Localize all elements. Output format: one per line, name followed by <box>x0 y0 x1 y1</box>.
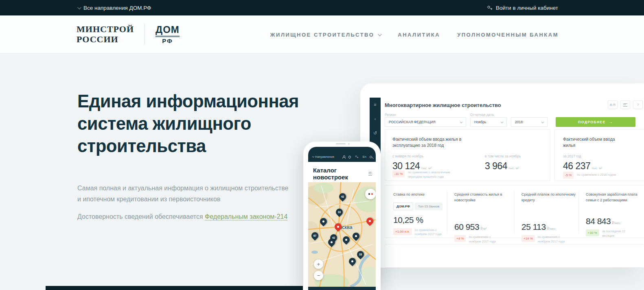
badge-note: по сравнению с ноябрем 2017 года <box>538 235 570 244</box>
zoom-in-button[interactable]: + <box>314 259 323 269</box>
map-pin[interactable] <box>326 237 336 247</box>
trend-badge: +14 % <box>521 235 535 242</box>
badge-note: по сравнению с ноябрем 2017 года <box>415 228 447 237</box>
stat-value: 30 124 <box>392 161 420 171</box>
metric-family-income: Совокупная заработная плата семьи с 2 ра… <box>586 185 639 238</box>
metrics-card: Ставка по ипотеке ДОМ.РФ Топ-15 банков 1… <box>385 185 644 238</box>
divider <box>514 190 515 233</box>
az-button[interactable]: А-Я <box>608 100 618 109</box>
person-icon[interactable] <box>342 155 345 158</box>
tab-domrf[interactable]: ДОМ.РФ <box>393 203 413 210</box>
phone-title-row: Каталог новостроек <box>313 167 372 181</box>
metric-title: Совокупная заработная плата семьи с 2 ра… <box>586 192 639 203</box>
help-button[interactable]: ? <box>633 100 643 109</box>
nav-authorized-banks[interactable]: УПОЛНОМОЧЕННЫМ БАНКАМ <box>457 32 559 38</box>
menu-icon[interactable]: ≡ <box>374 102 376 107</box>
stat-label: в том числе за ноябрь <box>485 154 521 158</box>
topbar: Все направления ДОМ.РФ Войти в личный ка… <box>0 0 644 15</box>
chevron-down-icon <box>460 120 463 123</box>
metric-value: 60 953 <box>454 222 479 231</box>
location-pin-icon[interactable] <box>348 155 351 158</box>
map-pin[interactable] <box>347 256 357 266</box>
logo-block: МИНСТРОЙ РОССИИ ДОМ РФ <box>77 24 180 45</box>
metric-title: Средняя стоимость жилья в новостройке <box>454 192 515 203</box>
logo-divider <box>145 24 145 45</box>
hero-subtitle-line2: и ипотечном кредитовании из первоисточни… <box>77 194 288 205</box>
stat-value: 3 964 <box>485 161 507 171</box>
divider <box>578 190 579 233</box>
dashboard-mockup: ≡ ‹ ↺ ▤ Многоквартирное жилищное строите… <box>360 83 644 268</box>
list-button[interactable] <box>620 100 630 109</box>
month-select[interactable]: Ноябрь <box>470 117 507 127</box>
metric-new-housing-price: Средняя стоимость жилья в новостройке 60… <box>454 185 515 238</box>
page-title-line3: строительства <box>77 135 299 157</box>
tab-top15-banks[interactable]: Топ-15 банков <box>415 203 442 210</box>
volume-2017-title: Фактический объем ввода жилья <box>563 136 616 148</box>
report-date-label: Отчетная дата <box>470 113 494 117</box>
map-pin-red[interactable] <box>333 222 343 231</box>
arrow-right-icon: → <box>609 120 613 124</box>
login-link[interactable]: Войти в личный кабинет <box>487 5 558 11</box>
key-icon <box>486 4 493 11</box>
month-value: Ноябрь <box>474 120 486 124</box>
details-button[interactable]: ПОДРОБНЕЕ → <box>556 117 635 127</box>
map-pin[interactable]: 33 <box>334 207 344 217</box>
login-label: Войти в личный кабинет <box>496 5 558 11</box>
region-select[interactable]: РОССИЙСКАЯ ФЕДЕРАЦИЯ <box>385 117 466 127</box>
intake-card-title: Фактический объем ввода жилья в эксплуат… <box>392 136 480 148</box>
phone-directions-menu[interactable]: Направления <box>312 155 334 159</box>
domrf-logo-bottom: РФ <box>162 38 173 44</box>
catalog-title: Каталог новостроек <box>313 167 368 181</box>
stat-unit: тыс. м² <box>421 166 432 170</box>
map-pin[interactable]: 42 <box>337 192 347 201</box>
trend-badge: +10 % <box>586 229 599 236</box>
map-pin[interactable] <box>351 231 361 241</box>
divider <box>447 190 447 233</box>
phone-bottom-bar <box>308 287 376 290</box>
stat-unit: тыс. м² <box>591 166 602 170</box>
volume-2017-card: Фактический объем ввода жилья за 2017 го… <box>554 129 644 181</box>
chevron-down-icon <box>378 32 382 36</box>
nav-analytics[interactable]: АНАЛИТИКА <box>398 32 440 38</box>
main-nav: ЖИЛИЩНОЕ СТРОИТЕЛЬСТВО АНАЛИТИКА УПОЛНОМ… <box>270 15 559 54</box>
phone-notch <box>322 142 361 147</box>
map-layers-button[interactable] <box>365 189 376 199</box>
map-pin[interactable] <box>318 216 328 226</box>
map-pin-red[interactable] <box>365 216 375 226</box>
map[interactable]: Москва 4233674233 + − <box>308 182 376 287</box>
domrf-logo-top: ДОМ <box>156 25 180 37</box>
stat-label: с января по ноябрь <box>392 154 432 158</box>
page-title-line2: система жилищного <box>77 113 299 135</box>
stat-unit: тыс. м² <box>508 166 519 170</box>
nav-label: ЖИЛИЩНОЕ СТРОИТЕЛЬСТВО <box>270 32 374 38</box>
minstroy-logo[interactable]: МИНСТРОЙ РОССИИ <box>77 24 134 45</box>
law-note-text: Достоверность сведений обеспечивается <box>77 213 205 220</box>
nav-label: АНАЛИТИКА <box>398 32 440 38</box>
chevron-down-icon <box>77 5 81 9</box>
refresh-icon[interactable]: ↺ <box>373 131 377 135</box>
key-icon[interactable] <box>355 155 359 159</box>
filter-icon[interactable] <box>368 172 372 176</box>
layer-dot-dark <box>368 193 370 195</box>
map-pin[interactable]: 67 <box>310 231 320 240</box>
stat-label: за 2017 год <box>563 154 602 158</box>
zoom-out-button[interactable]: − <box>314 271 323 280</box>
metric-title: Ставка по ипотеке <box>393 192 453 198</box>
nav-label: УПОЛНОМОЧЕННЫМ БАНКАМ <box>457 32 559 38</box>
metric-unit: ₽/м² <box>480 227 486 231</box>
region-value: РОССИЙСКАЯ ФЕДЕРАЦИЯ <box>389 120 436 124</box>
domrf-logo[interactable]: ДОМ РФ <box>156 25 180 44</box>
search-icon[interactable] <box>370 156 372 158</box>
map-pin[interactable]: 33 <box>355 249 365 259</box>
phone-directions-label: Направления <box>315 155 334 159</box>
year-select[interactable]: 2018 <box>511 117 548 127</box>
metric-value: 10,25 % <box>393 215 423 225</box>
dashboard-title: Многоквартирное жилищное строительство <box>385 102 501 108</box>
nav-housing-construction[interactable]: ЖИЛИЩНОЕ СТРОИТЕЛЬСТВО <box>270 32 381 38</box>
law-214-link[interactable]: Федеральным законом-214 <box>205 213 287 220</box>
map-pin[interactable] <box>341 235 351 244</box>
all-directions-menu[interactable]: Все направления ДОМ.РФ <box>77 5 151 11</box>
phone-nav: Направления En <box>308 154 376 162</box>
language-toggle[interactable]: En <box>363 155 366 159</box>
collapse-icon[interactable]: ‹ <box>375 117 376 121</box>
